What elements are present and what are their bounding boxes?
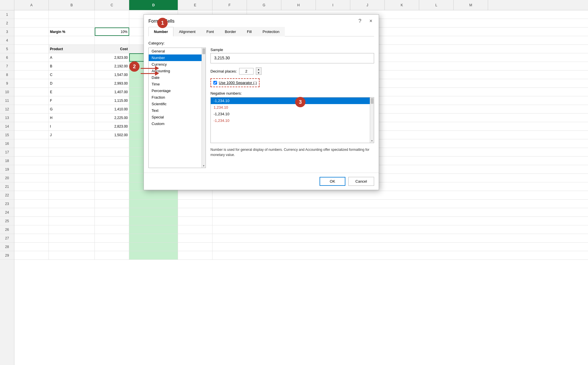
- cell-c10[interactable]: 1,407.00: [95, 88, 129, 96]
- decimal-spinner[interactable]: ▲ ▼: [256, 67, 262, 75]
- cell-a3[interactable]: [14, 28, 49, 36]
- cell-b7[interactable]: B: [49, 62, 95, 70]
- cell-c11[interactable]: 1,115.00: [95, 96, 129, 105]
- cell-d26[interactable]: [129, 225, 178, 234]
- category-fraction[interactable]: Fraction: [149, 94, 206, 101]
- category-percentage[interactable]: Percentage: [149, 87, 206, 94]
- dialog-close-button[interactable]: ×: [368, 17, 374, 25]
- cell-17[interactable]: [14, 148, 49, 156]
- col-header-f[interactable]: F: [212, 0, 247, 10]
- tab-font[interactable]: Font: [201, 27, 219, 36]
- cell-26[interactable]: [14, 225, 49, 234]
- cell-b17[interactable]: [49, 148, 95, 156]
- row-num-1[interactable]: 1: [0, 10, 14, 19]
- col-header-g[interactable]: G: [247, 0, 281, 10]
- row-num-25[interactable]: 25: [0, 217, 14, 225]
- separator-label[interactable]: Use 1000 Separator (,): [219, 81, 257, 85]
- cell-c20[interactable]: [95, 174, 129, 182]
- cell-b24[interactable]: [49, 208, 95, 216]
- cell-d22[interactable]: [129, 191, 178, 199]
- cell-c2[interactable]: [95, 19, 129, 27]
- cell-b9[interactable]: D: [49, 79, 95, 87]
- cell-20[interactable]: [14, 174, 49, 182]
- separator-checkbox[interactable]: [213, 81, 217, 85]
- negative-item-3[interactable]: -1,234.10: [211, 111, 374, 117]
- negative-item-4[interactable]: -1,234.10: [211, 117, 374, 124]
- row-num-15[interactable]: 15: [0, 131, 14, 139]
- decimal-increment-btn[interactable]: ▲: [256, 68, 261, 71]
- cell-c13[interactable]: 2,225.00: [95, 114, 129, 122]
- row-num-2[interactable]: 2: [0, 19, 14, 28]
- cell-b26[interactable]: [49, 225, 95, 234]
- col-header-e[interactable]: E: [178, 0, 212, 10]
- category-special[interactable]: Special: [149, 114, 206, 120]
- category-scrollbar[interactable]: ▼: [202, 48, 206, 168]
- cell-c28[interactable]: [95, 243, 129, 251]
- ok-button[interactable]: OK: [320, 177, 345, 186]
- col-header-h[interactable]: H: [281, 0, 316, 10]
- row-num-5[interactable]: 5: [0, 45, 14, 53]
- cell-b12[interactable]: G: [49, 105, 95, 113]
- cell-b22[interactable]: [49, 191, 95, 199]
- row-num-23[interactable]: 23: [0, 200, 14, 208]
- cell-d27[interactable]: [129, 234, 178, 242]
- cell-a8[interactable]: [14, 71, 49, 79]
- category-scientific[interactable]: Scientific: [149, 101, 206, 107]
- cell-c18[interactable]: [95, 157, 129, 165]
- row-num-3[interactable]: 3: [0, 28, 14, 36]
- row-num-8[interactable]: 8: [0, 71, 14, 79]
- cell-b15[interactable]: J: [49, 131, 95, 139]
- cell-a15[interactable]: [14, 131, 49, 139]
- tab-alignment[interactable]: Alignment: [173, 27, 201, 36]
- row-num-12[interactable]: 12: [0, 105, 14, 114]
- row-num-27[interactable]: 27: [0, 234, 14, 243]
- cell-b20[interactable]: [49, 174, 95, 182]
- cell-19[interactable]: [14, 165, 49, 173]
- col-header-a[interactable]: A: [14, 0, 49, 10]
- negative-item-2[interactable]: 1,234.10: [211, 104, 374, 111]
- row-num-11[interactable]: 11: [0, 96, 14, 105]
- cell-d28[interactable]: [129, 243, 178, 251]
- cell-22[interactable]: [14, 191, 49, 199]
- cell-c7[interactable]: 2,192.00: [95, 62, 129, 70]
- scroll-down-arrow[interactable]: ▼: [202, 164, 206, 168]
- cell-b25[interactable]: [49, 217, 95, 225]
- cell-c8[interactable]: 1,547.00: [95, 71, 129, 79]
- col-header-c[interactable]: C: [95, 0, 129, 10]
- row-num-28[interactable]: 28: [0, 243, 14, 251]
- tab-protection[interactable]: Protection: [257, 27, 285, 36]
- cell-c22[interactable]: [95, 191, 129, 199]
- cell-e26[interactable]: [178, 225, 212, 234]
- row-num-29[interactable]: 29: [0, 251, 14, 260]
- row-num-4[interactable]: 4: [0, 36, 14, 45]
- col-header-k[interactable]: K: [385, 0, 419, 10]
- category-time[interactable]: Time: [149, 81, 206, 87]
- negative-scrollbar[interactable]: ▼: [370, 97, 374, 143]
- cell-27[interactable]: [14, 234, 49, 242]
- col-header-l[interactable]: L: [419, 0, 454, 10]
- cell-a9[interactable]: [14, 79, 49, 87]
- cell-25[interactable]: [14, 217, 49, 225]
- col-header-i[interactable]: I: [316, 0, 350, 10]
- cell-a11[interactable]: [14, 96, 49, 105]
- cell-16[interactable]: [14, 139, 49, 148]
- row-num-20[interactable]: 20: [0, 174, 14, 182]
- category-number[interactable]: Number: [149, 54, 206, 61]
- cell-a6[interactable]: [14, 53, 49, 62]
- cell-c23[interactable]: [95, 200, 129, 208]
- cell-d24[interactable]: [129, 208, 178, 216]
- cell-b28[interactable]: [49, 243, 95, 251]
- cell-c19[interactable]: [95, 165, 129, 173]
- cell-c15[interactable]: 1,502.00: [95, 131, 129, 139]
- category-custom[interactable]: Custom: [149, 120, 206, 127]
- cell-d29[interactable]: [129, 251, 178, 259]
- cell-c1[interactable]: [95, 10, 129, 19]
- cell-b14[interactable]: I: [49, 122, 95, 130]
- tab-fill[interactable]: Fill: [241, 27, 257, 36]
- cell-b1[interactable]: [49, 10, 95, 19]
- cell-e23[interactable]: [178, 200, 212, 208]
- decimal-places-input[interactable]: [239, 68, 254, 75]
- cell-18[interactable]: [14, 157, 49, 165]
- cell-a4[interactable]: [14, 36, 49, 44]
- cell-c24[interactable]: [95, 208, 129, 216]
